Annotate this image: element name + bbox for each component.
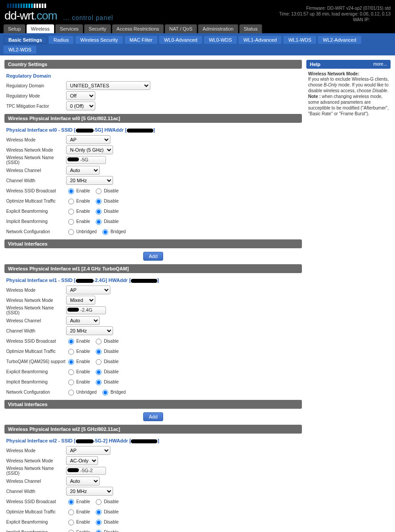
- wl2-r2-label: Explicit Beamforming: [6, 520, 66, 524]
- subtab-wl1-wds[interactable]: WL1-WDS: [283, 36, 316, 44]
- wl0-legend: Physical Interface wl0 - SSID [-5G] HWAd…: [6, 125, 300, 134]
- regulatory-legend: Regulatory Domain: [6, 71, 300, 80]
- wl2-r2-b[interactable]: [96, 520, 102, 525]
- tpc-select[interactable]: 0 (Off): [66, 102, 95, 110]
- subtab-radius[interactable]: Radius: [49, 36, 74, 44]
- wl2-mode-label: Wireless Mode: [6, 448, 66, 453]
- tpc-label: TPC Mitigation Factor: [6, 104, 66, 109]
- wl0-r2-a[interactable]: [68, 209, 74, 215]
- wl1-r5-b[interactable]: [102, 390, 108, 395]
- wl2-r3-label: Implicit Beamforming: [6, 530, 66, 532]
- wl2-channel-select[interactable]: Auto: [66, 477, 100, 485]
- wl2-width-select[interactable]: 20 MHz: [66, 487, 113, 496]
- wl1-r4-b[interactable]: [96, 379, 102, 385]
- wl1-r2-b[interactable]: [96, 359, 102, 365]
- tab-wireless[interactable]: Wireless: [27, 24, 54, 33]
- wl0-r0-b[interactable]: [96, 188, 102, 194]
- regulatory-domain-select[interactable]: UNITED_STATES: [66, 81, 150, 90]
- wl0-r3-label: Implicit Beamforming: [6, 219, 66, 224]
- subtab-wl2-wds[interactable]: WL2-WDS: [4, 46, 36, 54]
- wl1-r2-label: TurboQAM (QAM256) support: [6, 359, 66, 364]
- wl1-width-label: Channel Width: [6, 329, 66, 333]
- wl1-legend: Physical Interface wl1 - SSID [-2.4G] HW…: [6, 276, 300, 285]
- subtab-wl0-wds[interactable]: WL0-WDS: [204, 36, 237, 44]
- tab-status[interactable]: Status: [239, 24, 262, 33]
- help-heading: Wireless Network Mode:: [308, 71, 389, 76]
- subtab-mac-filter[interactable]: MAC Filter: [125, 36, 157, 44]
- wl0-add-button[interactable]: Add: [143, 252, 164, 261]
- wl2-netmode-select[interactable]: AC-Only: [66, 456, 98, 465]
- wl2-r1-a[interactable]: [68, 509, 74, 515]
- tab-setup[interactable]: Setup: [4, 24, 25, 33]
- wl0-width-label: Channel Width: [6, 178, 66, 183]
- sub-tabs: Basic SettingsRadiusWireless SecurityMAC…: [0, 33, 395, 55]
- wan-line: WAN IP:: [353, 17, 370, 22]
- wl0-r2-b[interactable]: [96, 209, 102, 215]
- wl1-ssid-label: Wireless Network Name (SSID): [6, 305, 66, 315]
- subtab-wl2-advanced[interactable]: WL2-Advanced: [318, 36, 361, 44]
- wl1-r2-a[interactable]: [68, 359, 74, 365]
- header-status: Firmware: DD-WRT v24-sp2 (07/01/15) std …: [279, 5, 391, 23]
- wl1-r1-b[interactable]: [96, 349, 102, 355]
- wl2-r1-b[interactable]: [96, 509, 102, 515]
- wl1-add-button[interactable]: Add: [143, 412, 164, 421]
- tab-security[interactable]: Security: [84, 24, 111, 33]
- wl2-r0-label: Wireless SSID Broadcast: [6, 499, 66, 504]
- wl1-r1-a[interactable]: [68, 349, 74, 355]
- wl1-r0-b[interactable]: [96, 339, 102, 344]
- time-line: Time: 13:01:57 up 38 min, load average: …: [279, 11, 391, 17]
- wl0-width-select[interactable]: 20 MHz: [66, 176, 113, 185]
- wl0-r4-label: Network Configuration: [6, 229, 66, 234]
- wl2-width-label: Channel Width: [6, 489, 66, 494]
- subtab-wireless-security[interactable]: Wireless Security: [75, 36, 123, 44]
- wl2-channel-label: Wireless Channel: [6, 479, 66, 484]
- wl1-netmode-select[interactable]: Mixed: [66, 296, 95, 305]
- subtab-wl1-advanced[interactable]: WL1-Advanced: [239, 36, 282, 44]
- wl0-ssid-label: Wireless Network Name (SSID): [6, 155, 66, 165]
- wl0-vi-bar: Virtual Interfaces: [4, 239, 302, 248]
- wl2-r0-b[interactable]: [96, 499, 102, 505]
- wl0-r4-b[interactable]: [102, 229, 108, 235]
- wl0-r1-b[interactable]: [96, 199, 102, 204]
- wl0-r3-b[interactable]: [96, 219, 102, 225]
- wl2-mode-select[interactable]: AP: [66, 446, 110, 455]
- wl0-r4-a[interactable]: [68, 229, 74, 235]
- regulatory-mode-select[interactable]: Off: [66, 91, 95, 100]
- tab-access-restrictions[interactable]: Access Restrictions: [112, 24, 164, 33]
- wl1-netmode-label: Wireless Network Mode: [6, 298, 66, 303]
- wl1-r1-label: Optimize Multicast Traffic: [6, 349, 66, 354]
- tab-services[interactable]: Services: [55, 24, 83, 33]
- wl0-r1-a[interactable]: [68, 199, 74, 204]
- wl0-r3-a[interactable]: [68, 219, 74, 225]
- help-bar: Help more...: [306, 60, 391, 69]
- wl1-r0-label: Wireless SSID Broadcast: [6, 339, 66, 344]
- wl0-mode-select[interactable]: AP: [66, 135, 110, 144]
- wl1-channel-select[interactable]: Auto: [66, 316, 100, 325]
- subtab-wl0-advanced[interactable]: WL0-Advanced: [159, 36, 202, 44]
- wl2-r2-a[interactable]: [68, 520, 74, 525]
- wl0-channel-label: Wireless Channel: [6, 168, 66, 173]
- redacted: [371, 18, 391, 22]
- wl2-legend: Physical Interface wl2 - SSID [-5G-2] HW…: [6, 436, 300, 445]
- tab-nat-qos[interactable]: NAT / QoS: [165, 24, 197, 33]
- wl1-r0-a[interactable]: [68, 339, 74, 344]
- wl0-r0-a[interactable]: [68, 188, 74, 194]
- wl1-bar: Wireless Physical Interface wl1 [2.4 GHz…: [4, 264, 302, 273]
- wl1-channel-label: Wireless Channel: [6, 318, 66, 323]
- wl1-mode-select[interactable]: AP: [66, 286, 110, 294]
- wl1-r3-b[interactable]: [96, 369, 102, 375]
- tab-administration[interactable]: Administration: [198, 24, 238, 33]
- wl2-r3-a[interactable]: [68, 530, 74, 532]
- wl2-r3-b[interactable]: [96, 530, 102, 532]
- wl1-width-select[interactable]: 20 MHz: [66, 326, 113, 335]
- wl0-channel-select[interactable]: Auto: [66, 166, 100, 175]
- wl1-r4-label: Implicit Beamforming: [6, 379, 66, 384]
- wl1-mode-label: Wireless Mode: [6, 288, 66, 293]
- wl1-r4-a[interactable]: [68, 379, 74, 385]
- wl0-netmode-select[interactable]: N-Only (5 GHz): [66, 145, 113, 154]
- subtab-basic-settings[interactable]: Basic Settings: [4, 36, 47, 44]
- wl1-r3-a[interactable]: [68, 369, 74, 375]
- help-more-link[interactable]: more...: [373, 62, 387, 66]
- wl2-r0-a[interactable]: [68, 499, 74, 505]
- wl1-r5-a[interactable]: [68, 390, 74, 395]
